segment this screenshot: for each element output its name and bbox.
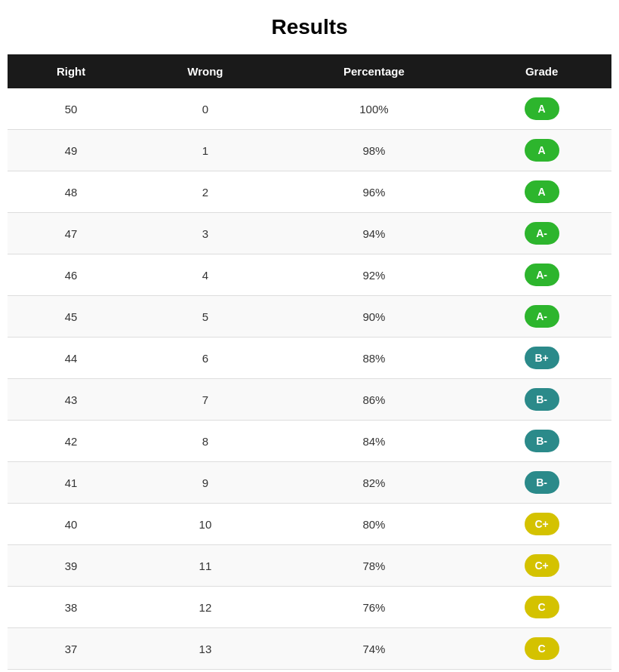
grade-badge: A- bbox=[525, 264, 559, 286]
cell-percentage: 94% bbox=[276, 213, 473, 254]
grade-badge: B+ bbox=[525, 347, 559, 369]
grade-badge: C+ bbox=[525, 554, 559, 577]
cell-wrong: 11 bbox=[134, 545, 276, 587]
cell-percentage: 98% bbox=[276, 130, 473, 171]
cell-right: 40 bbox=[8, 504, 134, 545]
cell-wrong: 9 bbox=[134, 462, 276, 504]
cell-wrong: 7 bbox=[134, 379, 276, 421]
cell-grade: C+ bbox=[472, 504, 611, 545]
grade-badge: B- bbox=[525, 471, 559, 494]
cell-percentage: 92% bbox=[276, 254, 473, 296]
grade-badge: A bbox=[525, 97, 559, 120]
table-row: 391178%C+ bbox=[8, 545, 611, 587]
cell-right: 42 bbox=[8, 421, 134, 462]
cell-percentage: 76% bbox=[276, 587, 473, 628]
cell-wrong: 1 bbox=[134, 130, 276, 171]
table-row: 49198%A bbox=[8, 130, 611, 171]
cell-wrong: 2 bbox=[134, 171, 276, 213]
grade-badge: B- bbox=[525, 430, 559, 452]
header-percentage: Percentage bbox=[276, 54, 473, 88]
cell-right: 46 bbox=[8, 254, 134, 296]
cell-percentage: 90% bbox=[276, 296, 473, 338]
grade-badge: C+ bbox=[525, 513, 559, 535]
cell-percentage: 84% bbox=[276, 421, 473, 462]
cell-percentage: 80% bbox=[276, 504, 473, 545]
cell-percentage: 74% bbox=[276, 628, 473, 670]
table-row: 47394%A- bbox=[8, 213, 611, 254]
cell-grade: A- bbox=[472, 213, 611, 254]
cell-grade: B- bbox=[472, 379, 611, 421]
cell-percentage: 88% bbox=[276, 338, 473, 379]
cell-grade: C bbox=[472, 628, 611, 670]
grade-badge: A- bbox=[525, 305, 559, 328]
cell-grade: A bbox=[472, 171, 611, 213]
grade-badge: A bbox=[525, 139, 559, 162]
cell-right: 41 bbox=[8, 462, 134, 504]
cell-wrong: 10 bbox=[134, 504, 276, 545]
cell-grade: B- bbox=[472, 421, 611, 462]
cell-grade: B+ bbox=[472, 338, 611, 379]
cell-right: 49 bbox=[8, 130, 134, 171]
grade-badge: C bbox=[525, 637, 559, 660]
cell-percentage: 86% bbox=[276, 379, 473, 421]
table-row: 44688%B+ bbox=[8, 338, 611, 379]
cell-wrong: 13 bbox=[134, 628, 276, 670]
cell-right: 45 bbox=[8, 296, 134, 338]
cell-wrong: 6 bbox=[134, 338, 276, 379]
cell-grade: A- bbox=[472, 296, 611, 338]
cell-percentage: 96% bbox=[276, 171, 473, 213]
cell-percentage: 78% bbox=[276, 545, 473, 587]
header-grade: Grade bbox=[472, 54, 611, 88]
cell-right: 43 bbox=[8, 379, 134, 421]
table-row: 500100%A bbox=[8, 88, 611, 130]
table-row: 43786%B- bbox=[8, 379, 611, 421]
cell-grade: C bbox=[472, 587, 611, 628]
grade-badge: A bbox=[525, 180, 559, 203]
cell-grade: A- bbox=[472, 254, 611, 296]
grade-badge: A- bbox=[525, 222, 559, 245]
table-row: 381276%C bbox=[8, 587, 611, 628]
cell-grade: A bbox=[472, 130, 611, 171]
cell-wrong: 8 bbox=[134, 421, 276, 462]
table-row: 42884%B- bbox=[8, 421, 611, 462]
page-title: Results bbox=[8, 15, 611, 39]
cell-wrong: 0 bbox=[134, 88, 276, 130]
table-row: 371374%C bbox=[8, 628, 611, 670]
cell-wrong: 12 bbox=[134, 587, 276, 628]
table-row: 401080%C+ bbox=[8, 504, 611, 545]
cell-right: 39 bbox=[8, 545, 134, 587]
cell-grade: B- bbox=[472, 462, 611, 504]
cell-right: 47 bbox=[8, 213, 134, 254]
header-wrong: Wrong bbox=[134, 54, 276, 88]
table-row: 48296%A bbox=[8, 171, 611, 213]
cell-right: 38 bbox=[8, 587, 134, 628]
grade-badge: C bbox=[525, 596, 559, 618]
cell-right: 44 bbox=[8, 338, 134, 379]
results-table: Right Wrong Percentage Grade 500100%A491… bbox=[8, 54, 611, 670]
table-row: 41982%B- bbox=[8, 462, 611, 504]
header-right: Right bbox=[8, 54, 134, 88]
cell-percentage: 82% bbox=[276, 462, 473, 504]
table-header-row: Right Wrong Percentage Grade bbox=[8, 54, 611, 88]
cell-grade: C+ bbox=[472, 545, 611, 587]
table-row: 46492%A- bbox=[8, 254, 611, 296]
cell-wrong: 5 bbox=[134, 296, 276, 338]
cell-right: 48 bbox=[8, 171, 134, 213]
grade-badge: B- bbox=[525, 388, 559, 411]
cell-right: 37 bbox=[8, 628, 134, 670]
cell-wrong: 3 bbox=[134, 213, 276, 254]
cell-grade: A bbox=[472, 88, 611, 130]
table-row: 45590%A- bbox=[8, 296, 611, 338]
cell-percentage: 100% bbox=[276, 88, 473, 130]
cell-right: 50 bbox=[8, 88, 134, 130]
cell-wrong: 4 bbox=[134, 254, 276, 296]
